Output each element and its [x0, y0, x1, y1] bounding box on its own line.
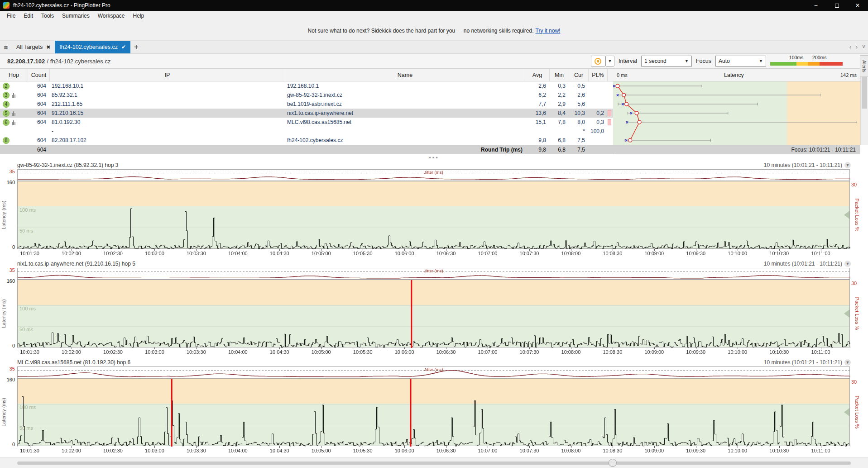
- time-label: 10:11:00: [811, 349, 830, 355]
- time-label: 10:05:30: [353, 349, 373, 355]
- trace-row-hop-8[interactable]: 860482.208.17.102fh24-102.cybersales.cz9…: [0, 136, 860, 145]
- trace-row-hop-4[interactable]: 4604212.111.1.65be1.1019-asbr.inext.cz7,…: [0, 100, 860, 109]
- jitter-strip: Jitter (ms): [17, 169, 850, 181]
- tab-target-label: fh24-102.cybersales.cz: [59, 44, 118, 50]
- cell-ip: -: [50, 128, 285, 134]
- trace-row-hop-5[interactable]: 560491.210.16.15nix1.to.cas.ip-anywhere.…: [0, 109, 860, 118]
- tab-scroll-right-icon[interactable]: ›: [856, 44, 858, 50]
- time-label: 10:02:00: [62, 251, 81, 256]
- cell-name: MLC.vl98.cas.as15685.net: [285, 119, 525, 125]
- menu-bar: FileEditToolsSummariesWorkspaceHelp: [0, 11, 868, 21]
- time-label: 10:07:30: [520, 251, 539, 256]
- hamburger-menu-icon[interactable]: ≡: [0, 41, 12, 53]
- graph-range-label: 10 minutes (10:01:21 - 10:11:21): [764, 359, 842, 366]
- col-avg: Avg: [525, 69, 550, 81]
- cell-name: fh24-102.cybersales.cz: [285, 137, 525, 143]
- pause-dropdown-button[interactable]: ▼: [605, 56, 614, 67]
- scrollbar-track[interactable]: [17, 461, 851, 465]
- trace-row-hop-unknown[interactable]: -*100,0: [0, 127, 860, 136]
- packet-loss-max-label: 30: [851, 379, 857, 385]
- pause-button[interactable]: [591, 56, 605, 67]
- new-tab-button[interactable]: +: [130, 41, 142, 53]
- cell-ip: 91.210.16.15: [50, 110, 285, 116]
- focus-label: Focus: [696, 58, 711, 64]
- scale-200ms-label: 200ms: [812, 55, 827, 60]
- packet-loss-axis: 30Packet Loss %: [850, 181, 868, 249]
- packet-loss-axis-title: Packet Loss %: [854, 396, 860, 429]
- try-it-now-link[interactable]: Try it now!: [536, 28, 561, 34]
- menu-tools[interactable]: Tools: [37, 12, 58, 20]
- time-label: 10:09:30: [686, 349, 705, 355]
- jitter-max-label: 35: [10, 267, 15, 273]
- table-vertical-scrollbar[interactable]: ▲: [860, 69, 868, 145]
- time-label: 10:11:00: [811, 251, 830, 256]
- hop-badge: 5: [3, 110, 10, 117]
- packet-loss-axis: 30Packet Loss %: [850, 378, 868, 446]
- latency-axis-min: 0 ms: [617, 72, 628, 78]
- graph-title: nix1.to.cas.ip-anywhere.net (91.210.16.1…: [17, 261, 135, 267]
- tab-close-icon[interactable]: ✖: [46, 44, 50, 50]
- focus-dropdown-icon: ▼: [759, 59, 763, 63]
- trace-row-hop-2[interactable]: 2604192.168.10.1192.168.10.12,60,30,5: [0, 81, 860, 90]
- alerts-side-tab[interactable]: Alerts: [860, 55, 868, 77]
- scrollbar-round-thumb[interactable]: [609, 459, 617, 467]
- cell-ip: 212.111.1.65: [50, 101, 285, 107]
- hop-badge: 3: [3, 92, 10, 99]
- menu-edit[interactable]: Edit: [19, 12, 37, 20]
- hop-cell: 6: [0, 118, 28, 127]
- menu-workspace[interactable]: Workspace: [94, 12, 129, 20]
- pingplotter-window: fh24-102.cybersales.cz - PingPlotter Pro…: [0, 0, 868, 471]
- cell-pl: 0,3: [589, 119, 608, 125]
- time-label: 10:05:30: [353, 251, 373, 256]
- latency-axis-title: Latency (ms): [1, 398, 6, 427]
- time-label: 10:05:00: [312, 349, 331, 355]
- tab-scroll-left-icon[interactable]: ‹: [849, 44, 851, 50]
- x-left-gutter: [0, 446, 17, 454]
- chevron-down-icon[interactable]: ▼: [844, 162, 851, 168]
- focus-select[interactable]: Auto ▼: [715, 56, 766, 67]
- chevron-down-icon[interactable]: ▼: [844, 359, 851, 366]
- notification-bar: Not sure what to do next? Sidekick does …: [0, 21, 868, 41]
- chevron-down-icon[interactable]: ▼: [844, 261, 851, 267]
- graph-range-selector[interactable]: 10 minutes (10:01:21 - 10:11:21)▼: [764, 261, 866, 267]
- maximize-button[interactable]: [826, 0, 847, 11]
- splitter-handle[interactable]: •••: [0, 154, 868, 161]
- cell-cur: 5,6: [569, 101, 589, 107]
- trace-row-hop-6[interactable]: 660481.0.192.30MLC.vl98.cas.as15685.net1…: [0, 118, 860, 127]
- menu-help[interactable]: Help: [129, 12, 149, 20]
- timeline-horizontal-scrollbar[interactable]: [0, 457, 868, 468]
- graph-range-selector[interactable]: 10 minutes (10:01:21 - 10:11:21)▼: [764, 162, 866, 168]
- trace-row-hop-3[interactable]: 360485.92.32.1gw-85-92-32-1.inext.cz6,22…: [0, 90, 860, 100]
- cell-ip: 192.168.10.1: [50, 83, 285, 89]
- tab-target-active[interactable]: fh24-102.cybersales.cz ✔: [55, 41, 130, 53]
- menu-summaries[interactable]: Summaries: [58, 12, 94, 20]
- cell-min: 6,8: [550, 137, 569, 143]
- interval-select[interactable]: 1 second ▼: [641, 56, 692, 67]
- minimize-button[interactable]: –: [806, 0, 826, 11]
- time-label: 10:07:00: [478, 349, 498, 355]
- y-zero-label: 0: [12, 343, 15, 348]
- hop-cell: 8: [0, 136, 28, 145]
- pause-icon: [595, 58, 601, 65]
- time-label: 10:01:30: [20, 251, 39, 256]
- tab-list-dropdown-icon[interactable]: ˅: [862, 44, 865, 50]
- scrollbar-thumb[interactable]: [862, 77, 867, 109]
- time-label: 10:03:00: [145, 251, 164, 256]
- time-label: 10:03:00: [145, 448, 164, 453]
- tab-all-targets[interactable]: All Targets ✖: [12, 41, 55, 53]
- col-hop: Hop: [0, 69, 28, 81]
- scale-gradient-bar: [770, 62, 843, 66]
- time-label: 10:09:30: [686, 251, 705, 256]
- tab-scroll-arrows[interactable]: ‹ › ˅: [849, 41, 865, 53]
- jitter-right-gutter: [850, 268, 868, 280]
- splitter-dots-icon: •••: [429, 154, 439, 161]
- time-label: 10:03:30: [187, 349, 206, 355]
- menu-file[interactable]: File: [3, 12, 19, 20]
- time-label: 10:08:30: [603, 251, 622, 256]
- focus-value: Auto: [719, 58, 730, 64]
- time-label: 10:09:30: [686, 448, 705, 453]
- close-button[interactable]: ✕: [847, 0, 868, 11]
- graph-range-selector[interactable]: 10 minutes (10:01:21 - 10:11:21)▼: [764, 359, 866, 366]
- y-zero-label: 0: [12, 442, 15, 447]
- cell-avg: 6,2: [525, 92, 550, 98]
